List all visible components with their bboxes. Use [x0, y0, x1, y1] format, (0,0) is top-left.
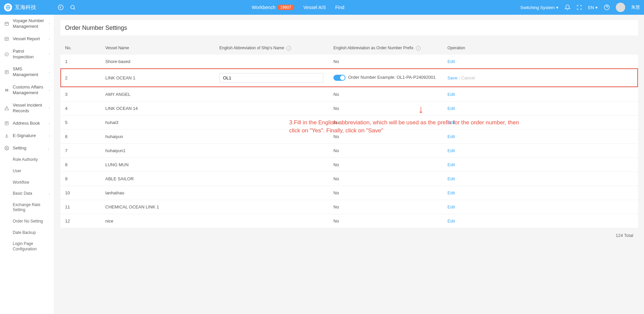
cell-operation: Edit: [443, 87, 638, 101]
nav-vessel-ais[interactable]: Vessel AIS: [304, 5, 326, 10]
avatar[interactable]: [616, 3, 625, 12]
sidebar-sub-item[interactable]: Exchange Rate Setting: [13, 199, 54, 216]
th-prefix-label: English Abbreviation as Order Number Pre…: [333, 46, 414, 50]
sidebar-sub-item[interactable]: Basic Data›: [13, 188, 54, 199]
cell-operation: Edit: [443, 55, 638, 69]
th-no: No.: [60, 42, 101, 55]
chevron-right-icon: ›: [49, 192, 50, 196]
sidebar-sub-item[interactable]: Login Page Configuration: [13, 238, 54, 255]
cell-abbr: [215, 55, 329, 69]
help-icon[interactable]: [604, 4, 610, 10]
svg-point-6: [6, 39, 6, 39]
cell-abbr: [215, 214, 329, 228]
svg-point-8: [7, 39, 8, 39]
cell-abbr: [215, 143, 329, 158]
bell-icon[interactable]: [565, 4, 571, 10]
switching-system-dropdown[interactable]: Switching System ▾: [520, 5, 558, 10]
table-row: 12niceNoEdit: [60, 214, 638, 228]
cell-abbr: [215, 129, 329, 143]
sidebar-item[interactable]: E-Signature›: [0, 130, 54, 142]
cell-no: 3: [60, 87, 101, 101]
cell-abbr: [215, 172, 329, 186]
chevron-right-icon: ›: [49, 134, 50, 138]
th-vessel-name: Vessel Name: [101, 42, 215, 55]
table-row: 7huhaiyun1NoEdit: [60, 143, 638, 158]
sidebar-sub-label: Exchange Rate Setting: [13, 202, 50, 213]
cell-vessel-name: LUNG MUN: [101, 158, 215, 172]
table-row: 1Shore-basedNoEdit: [60, 55, 638, 69]
chevron-down-icon: ▾: [556, 5, 558, 10]
sidebar-item[interactable]: SMS Management›: [0, 63, 54, 81]
prefix-toggle[interactable]: [333, 75, 345, 81]
sidebar-sub-label: Login Page Configuration: [13, 241, 50, 252]
sidebar-sub-item[interactable]: Date Backup: [13, 227, 54, 239]
cell-prefix: No: [329, 87, 443, 101]
cell-abbr: [215, 158, 329, 172]
edit-link[interactable]: Edit: [447, 134, 455, 139]
edit-link[interactable]: Edit: [447, 59, 455, 64]
edit-link[interactable]: Edit: [447, 218, 455, 224]
cell-vessel-name: LINK OCEAN 14: [101, 101, 215, 115]
sms-icon: [4, 70, 9, 74]
back-icon[interactable]: [58, 4, 64, 10]
cell-prefix: No: [329, 129, 443, 143]
sidebar-item-label: Vessel Incident Records: [13, 103, 46, 114]
info-icon[interactable]: i: [286, 46, 291, 51]
sidebar-item[interactable]: Vessel Incident Records›: [0, 99, 54, 117]
header-left-icons: [58, 4, 76, 10]
sidebar: Voyage Number Management›Vessel Report›P…: [0, 15, 54, 314]
language-dropdown[interactable]: EN ▾: [588, 5, 598, 10]
save-link[interactable]: Save: [447, 75, 458, 80]
edit-link[interactable]: Edit: [447, 120, 455, 125]
info-icon[interactable]: i: [416, 46, 421, 51]
edit-link[interactable]: Edit: [447, 148, 455, 153]
sidebar-item[interactable]: Address Book›: [0, 117, 54, 130]
cell-operation: Edit: [443, 143, 638, 158]
sidebar-item[interactable]: Voyage Number Management›: [0, 15, 54, 33]
svg-point-12: [6, 147, 7, 149]
cell-vessel-name: ABLE SAILOR: [101, 172, 215, 186]
main-content: Order Number Settings No. Vessel Name En…: [54, 15, 644, 314]
table-row: 10lanhaihaoNoEdit: [60, 186, 638, 200]
sidebar-sub-label: User: [13, 169, 50, 174]
sidebar-sub-label: Order No Setting: [13, 219, 50, 224]
nav-find[interactable]: Find: [335, 5, 344, 10]
sidebar-item[interactable]: Setting⌄: [0, 142, 54, 154]
cell-vessel-name: Shore-based: [101, 55, 215, 69]
edit-link[interactable]: Edit: [447, 204, 455, 209]
cell-abbr: [215, 87, 329, 101]
sidebar-item[interactable]: Patrol Inspectiion›: [0, 45, 54, 63]
total-count: 124 Total: [60, 228, 638, 243]
cell-prefix: Order Number Example: OL1-PA-P24092001: [329, 68, 443, 87]
edit-link[interactable]: Edit: [447, 176, 455, 181]
table-container: No. Vessel Name English Abbreviation of …: [60, 42, 638, 228]
table-row: 8LUNG MUNNoEdit: [60, 158, 638, 172]
fullscreen-icon[interactable]: [577, 5, 582, 10]
sidebar-sub-item[interactable]: Order No Setting: [13, 216, 54, 227]
cell-prefix: No: [329, 55, 443, 69]
chevron-right-icon: ›: [49, 70, 50, 74]
sidebar-sub-item[interactable]: User: [13, 166, 54, 177]
edit-link[interactable]: Edit: [447, 92, 455, 97]
abbr-input[interactable]: [219, 73, 323, 83]
chevron-right-icon: ›: [49, 37, 50, 41]
sidebar-item[interactable]: Vessel Report›: [0, 33, 54, 45]
edit-link[interactable]: Edit: [447, 106, 455, 111]
search-icon[interactable]: [70, 4, 76, 10]
nav-workbench[interactable]: Workbench 19607: [252, 5, 294, 10]
sidebar-sub-item[interactable]: Role Authority: [13, 154, 54, 166]
language-label: EN: [588, 5, 594, 10]
edit-link[interactable]: Edit: [447, 190, 455, 195]
cancel-link[interactable]: Cancel: [461, 75, 475, 80]
header-right: Switching System ▾ EN ▾ 朱慧: [520, 3, 640, 12]
svg-point-1: [58, 5, 63, 10]
chevron-right-icon: ›: [49, 22, 50, 25]
cell-no: 1: [60, 55, 101, 69]
sidebar-sub-item[interactable]: Workflow: [13, 177, 54, 188]
cell-operation: Edit: [443, 101, 638, 115]
voyage-icon: [4, 21, 9, 26]
sidebar-item[interactable]: Customs Affairs Management›: [0, 81, 54, 99]
customs-icon: [4, 88, 9, 92]
edit-link[interactable]: Edit: [447, 162, 455, 167]
cell-operation: Edit: [443, 158, 638, 172]
